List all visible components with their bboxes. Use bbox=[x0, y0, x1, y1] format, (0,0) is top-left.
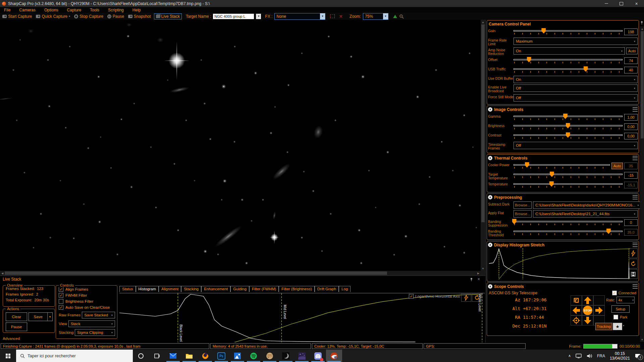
save-button[interactable]: Save▾ bbox=[29, 312, 53, 321]
section-header[interactable]: ∧Thermal Controls bbox=[488, 155, 638, 161]
menu-scripting[interactable]: Scripting bbox=[108, 8, 124, 12]
taskbar-app-photoshop[interactable]: Ps bbox=[213, 350, 229, 362]
maximize-button[interactable] bbox=[614, 0, 629, 7]
minimize-button[interactable] bbox=[599, 0, 614, 7]
scroll-up-icon[interactable]: ▲ bbox=[640, 26, 644, 31]
use-ddr-buffer-select[interactable]: On▾ bbox=[514, 76, 638, 83]
close-button[interactable]: × bbox=[629, 0, 644, 7]
value-box[interactable]: 0,00 bbox=[624, 123, 638, 130]
image-viewport[interactable] bbox=[0, 20, 481, 271]
browse-button[interactable]: Browse... bbox=[514, 201, 532, 209]
goto-star-button[interactable]: ★ bbox=[613, 323, 622, 330]
tab-histogram[interactable]: Histogram bbox=[136, 286, 159, 292]
section-menu-icon[interactable] bbox=[633, 243, 638, 247]
panel-scroll-thumb[interactable] bbox=[641, 31, 644, 138]
zoom-tool-icon[interactable] bbox=[399, 14, 404, 19]
slew-right-button[interactable] bbox=[593, 305, 605, 315]
log-axis-checkbox[interactable]: ✓Logarithmic Horizontal Axis bbox=[409, 294, 460, 299]
histogram-plot[interactable]: Black LevelMid LevelWhite Level✓Logarith… bbox=[119, 293, 485, 342]
stop-capture-button[interactable]: Stop Capture bbox=[73, 14, 104, 19]
usb-traffic-slider[interactable] bbox=[514, 66, 623, 74]
target-name-input[interactable]: NGC 4005 group L bbox=[213, 14, 254, 19]
tab-stacking[interactable]: Stacking bbox=[181, 286, 201, 292]
menu-file[interactable]: File bbox=[4, 8, 10, 12]
taskbar-app-explorer[interactable] bbox=[181, 350, 197, 362]
tab-status[interactable]: Status bbox=[119, 286, 136, 292]
tab-filter-brightness-[interactable]: Filter (Brightness) bbox=[279, 286, 315, 292]
contrast-slider[interactable] bbox=[514, 132, 623, 140]
value-box[interactable]: 40 bbox=[624, 67, 638, 73]
brightness-slider[interactable] bbox=[514, 123, 623, 131]
scroll-up-icon[interactable]: ▲ bbox=[481, 20, 485, 24]
timestamp-frames-select[interactable]: Off▾ bbox=[514, 142, 638, 149]
taskbar-app-moon[interactable] bbox=[278, 350, 294, 362]
value-box[interactable]: 198 bbox=[624, 28, 638, 35]
vertical-scroll-thumb[interactable] bbox=[481, 24, 485, 222]
histogram-icon[interactable] bbox=[393, 15, 397, 18]
horizontal-scroll-thumb[interactable] bbox=[5, 272, 387, 275]
tab-drift-graph[interactable]: Drift Graph bbox=[315, 286, 339, 292]
reset-stretch-button[interactable] bbox=[629, 259, 638, 268]
amp-noise-reduction-select[interactable]: On▾ bbox=[514, 47, 625, 55]
taskbar-app-sharpcap[interactable] bbox=[326, 350, 342, 362]
frame-rate-limit-select[interactable]: Maximum▾ bbox=[514, 38, 638, 45]
setup-button[interactable]: Setup bbox=[611, 305, 630, 313]
snapshot-button[interactable]: Snapshot bbox=[127, 14, 152, 19]
menu-cameras[interactable]: Cameras bbox=[19, 8, 36, 12]
pause-button[interactable]: Pause bbox=[6, 322, 27, 331]
checkbox-align-frames[interactable]: ✓Align Frames bbox=[59, 287, 117, 292]
fx-select[interactable]: None▼ bbox=[274, 13, 325, 20]
action-center-button[interactable]: 2 bbox=[635, 353, 641, 359]
value-box[interactable]: -15,1 bbox=[624, 182, 638, 188]
advanced-section-label[interactable]: Advanced bbox=[3, 337, 20, 341]
speaker-icon[interactable] bbox=[586, 354, 592, 358]
value-box[interactable]: 0 bbox=[624, 219, 638, 226]
stop-button[interactable]: STOP bbox=[582, 305, 593, 315]
section-menu-icon[interactable] bbox=[633, 156, 638, 160]
section-header[interactable]: ∧Image Controls bbox=[488, 107, 638, 112]
selection-area-icon[interactable] bbox=[330, 14, 335, 18]
tab-filter-fwhm-[interactable]: Filter (FWHM) bbox=[249, 286, 279, 292]
stretch-histogram[interactable] bbox=[488, 248, 638, 280]
clear-button[interactable]: Clear bbox=[6, 312, 27, 321]
tab-alignment[interactable]: Alignment bbox=[159, 286, 181, 292]
panel-close-icon[interactable]: × bbox=[477, 277, 480, 282]
slew-up-button[interactable] bbox=[582, 295, 593, 305]
tab-guiding[interactable]: Guiding bbox=[230, 286, 249, 292]
checkbox-fwhm-filter[interactable]: ✓FWHM Filter bbox=[59, 293, 117, 298]
auto-stretch-button[interactable] bbox=[461, 294, 471, 302]
park-checkbox[interactable]: Park bbox=[613, 315, 628, 319]
scroll-left-icon[interactable]: ◀ bbox=[0, 271, 5, 276]
value-box[interactable]: 74 bbox=[624, 57, 638, 64]
live-stack-button[interactable]: Live Stack bbox=[154, 13, 182, 19]
taskbar-app-firefox[interactable] bbox=[197, 350, 213, 362]
temperature-slider[interactable] bbox=[514, 181, 623, 189]
cortana-button[interactable] bbox=[133, 350, 149, 362]
connected-checkbox[interactable]: ✓Connected bbox=[612, 291, 636, 295]
tab-enhancement[interactable]: Enhancement bbox=[201, 286, 230, 292]
chevron-down-icon[interactable]: ▾ bbox=[47, 313, 52, 321]
view-select[interactable]: Stack▾ bbox=[68, 320, 115, 327]
panel-scrollbar[interactable]: ▲▼ bbox=[640, 26, 644, 342]
rate-select[interactable]: 4x▾ bbox=[616, 297, 635, 303]
target-name-dropdown-icon[interactable]: ▼ bbox=[256, 14, 261, 19]
section-menu-icon[interactable] bbox=[633, 107, 638, 112]
value-box[interactable]: 1,00 bbox=[624, 114, 638, 121]
vertical-scrollbar[interactable]: ▲ ▼ bbox=[481, 20, 485, 271]
offset-slider[interactable] bbox=[514, 57, 623, 65]
value-box[interactable]: -15 bbox=[624, 172, 638, 179]
taskbar-app-mail[interactable] bbox=[165, 350, 181, 362]
spiral-search-button[interactable] bbox=[571, 295, 582, 305]
scroll-down-icon[interactable]: ▼ bbox=[640, 337, 644, 342]
section-header[interactable]: ∧Preprocessing bbox=[488, 194, 638, 200]
auto-stretch-button[interactable] bbox=[629, 248, 638, 258]
section-header[interactable]: ∧Scope Controls bbox=[488, 284, 638, 289]
collapse-icon[interactable]: ∧ bbox=[488, 284, 492, 289]
tracking-button[interactable]: Tracking bbox=[595, 323, 612, 330]
collapse-icon[interactable]: ∧ bbox=[488, 107, 492, 112]
tab-log[interactable]: Log bbox=[339, 286, 351, 292]
pause-button[interactable]: Pause bbox=[106, 14, 125, 19]
subtract-dark-path-select[interactable]: C:\Users\SharkFleet\Desktop\darks\QHY290… bbox=[533, 201, 641, 209]
value-box[interactable]: 35,0 bbox=[624, 229, 638, 236]
stacking-select[interactable]: Sigma Clipping▾ bbox=[75, 329, 115, 336]
